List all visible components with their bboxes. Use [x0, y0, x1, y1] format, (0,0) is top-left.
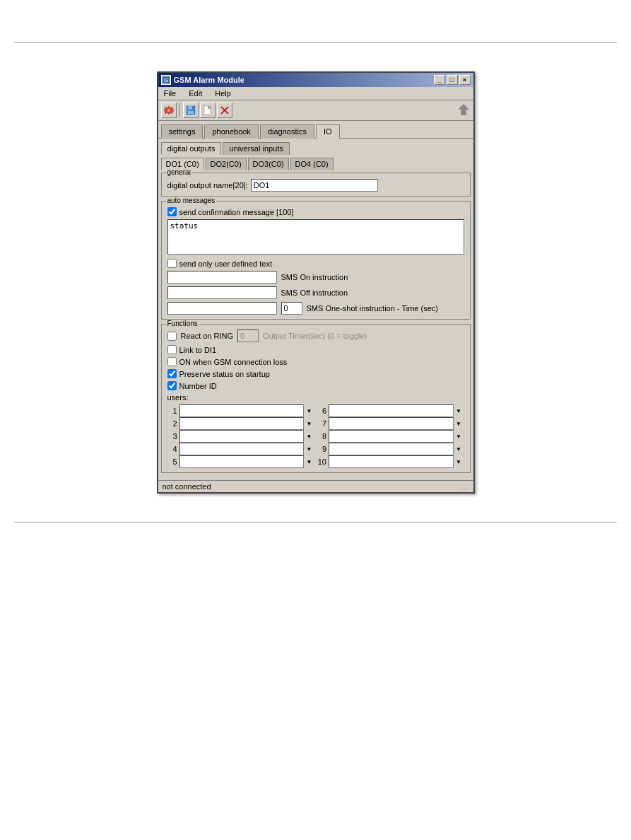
user-select-5[interactable]: [179, 455, 315, 468]
output-timer-input[interactable]: [237, 329, 259, 342]
react-ring-checkbox[interactable]: [167, 332, 177, 341]
user-select-3[interactable]: [179, 430, 315, 443]
sms-off-label: SMS Off instruction: [281, 288, 348, 297]
user-select-wrapper-1: ▼: [179, 404, 315, 417]
user-num-4: 4: [167, 445, 177, 453]
send-confirmation-checkbox[interactable]: [167, 207, 177, 216]
user-row-5: 5 ▼: [167, 455, 315, 468]
window-controls: _ □ ×: [434, 75, 471, 85]
toolbar-btn-save[interactable]: [183, 103, 199, 118]
users-label: users:: [167, 393, 464, 402]
window-menubar: File Edit Help: [158, 87, 473, 100]
output-timer-label: Output Timer(sec) (0 = toggle): [263, 332, 367, 340]
window-title: GSM Alarm Module: [174, 76, 244, 84]
number-id-row: Number ID: [167, 381, 464, 390]
user-select-4[interactable]: [179, 443, 315, 455]
user-row-10: 10 ▼: [317, 455, 464, 468]
subtab-digital-outputs[interactable]: digital outputs: [161, 142, 222, 155]
dotab-do3[interactable]: DO3(C0): [248, 158, 289, 170]
user-select-wrapper-5: ▼: [179, 455, 315, 468]
minimize-button[interactable]: _: [434, 75, 445, 85]
user-select-wrapper-4: ▼: [179, 443, 315, 455]
window-titlebar: G GSM Alarm Module _ □ ×: [158, 73, 473, 87]
toolbar-btn-new[interactable]: [200, 103, 216, 118]
digital-output-name-label: digital output name[20]:: [167, 181, 248, 189]
on-gsm-loss-checkbox[interactable]: [167, 357, 177, 366]
send-only-user-label: send only user defined text: [179, 259, 272, 268]
svg-rect-8: [208, 106, 211, 109]
number-id-checkbox[interactable]: [167, 381, 177, 390]
dotab-do1[interactable]: DO1 (C0): [161, 158, 204, 170]
sms-on-label: SMS On instruction: [281, 273, 348, 281]
toolbar-right-icon: [456, 103, 471, 118]
user-num-6: 6: [317, 407, 326, 415]
tab-diagnostics[interactable]: diagnostics: [260, 124, 314, 139]
top-divider: [14, 42, 617, 43]
user-select-wrapper-8: ▼: [329, 430, 464, 443]
user-select-10[interactable]: [329, 455, 464, 468]
titlebar-left: G GSM Alarm Module: [161, 75, 244, 85]
toolbar-btn-settings[interactable]: [161, 103, 177, 118]
user-select-6[interactable]: [329, 404, 464, 417]
tab-io[interactable]: IO: [316, 124, 340, 139]
preserve-status-label: Preserve status on startup: [179, 370, 270, 378]
users-left-col: 1 ▼ 2 ▼: [167, 404, 315, 468]
toolbar-btn-delete[interactable]: [217, 103, 232, 118]
number-id-label: Number ID: [179, 382, 217, 390]
tab-phonebook[interactable]: phonebook: [204, 124, 258, 139]
status-textarea[interactable]: status: [167, 219, 464, 255]
dotab-do4[interactable]: DO4 (C0): [290, 158, 334, 170]
general-name-row: digital output name[20]:: [167, 179, 464, 192]
react-ring-row: React on RING Output Timer(sec) (0 = tog…: [167, 329, 464, 342]
menu-file[interactable]: File: [161, 88, 179, 98]
send-only-user-checkbox[interactable]: [167, 259, 177, 268]
send-confirmation-row: send confirmation message [100]: [167, 207, 464, 216]
main-tabs: settings phonebook diagnostics IO: [158, 121, 473, 138]
user-num-10: 10: [317, 457, 326, 466]
menu-edit[interactable]: Edit: [186, 88, 205, 98]
dotab-do2[interactable]: DO2(C0): [206, 158, 247, 170]
on-gsm-loss-row: ON when GSM connection loss: [167, 357, 464, 366]
user-select-wrapper-2: ▼: [179, 417, 315, 430]
close-button[interactable]: ×: [459, 75, 471, 85]
svg-point-3: [167, 109, 170, 112]
link-di1-checkbox[interactable]: [167, 345, 177, 354]
digital-output-name-input[interactable]: [251, 179, 378, 192]
user-select-2[interactable]: [179, 417, 315, 430]
user-select-wrapper-9: ▼: [329, 443, 464, 455]
user-num-8: 8: [317, 432, 326, 441]
user-select-8[interactable]: [329, 430, 464, 443]
send-only-user-row: send only user defined text: [167, 259, 464, 268]
user-select-1[interactable]: [179, 404, 315, 417]
sms-oneshot-time-input[interactable]: [281, 302, 302, 315]
user-select-7[interactable]: [329, 417, 464, 430]
user-row-8: 8 ▼: [317, 430, 464, 443]
menu-help[interactable]: Help: [212, 88, 234, 98]
tab-settings[interactable]: settings: [161, 124, 204, 139]
app-icon: G: [161, 75, 171, 85]
sms-oneshot-input[interactable]: [167, 302, 277, 315]
general-group: general digital output name[20]:: [161, 173, 471, 197]
preserve-status-row: Preserve status on startup: [167, 369, 464, 378]
subtab-universal-inputs[interactable]: universal inputs: [223, 142, 289, 155]
svg-rect-5: [188, 106, 192, 110]
svg-text:G: G: [164, 78, 168, 83]
user-row-3: 3 ▼: [167, 430, 315, 443]
bottom-divider: [14, 522, 617, 523]
preserve-status-checkbox[interactable]: [167, 369, 177, 378]
maximize-button[interactable]: □: [447, 75, 458, 85]
on-gsm-loss-label: ON when GSM connection loss: [179, 358, 288, 366]
auto-messages-group: auto messages send confirmation message …: [161, 201, 471, 320]
user-num-1: 1: [167, 407, 177, 415]
user-row-2: 2 ▼: [167, 417, 315, 430]
user-num-5: 5: [167, 457, 177, 466]
sub-tabs: digital outputs universal inputs: [161, 141, 471, 154]
toolbar-sep-1: [179, 103, 180, 117]
sms-off-input[interactable]: [167, 286, 277, 299]
user-num-2: 2: [167, 419, 177, 428]
page-wrapper: G GSM Alarm Module _ □ × File Edit Help: [0, 0, 631, 565]
sms-on-input[interactable]: [167, 271, 277, 284]
link-di1-row: Link to DI1: [167, 345, 464, 354]
user-select-9[interactable]: [329, 443, 464, 455]
window-toolbar: [158, 100, 473, 121]
